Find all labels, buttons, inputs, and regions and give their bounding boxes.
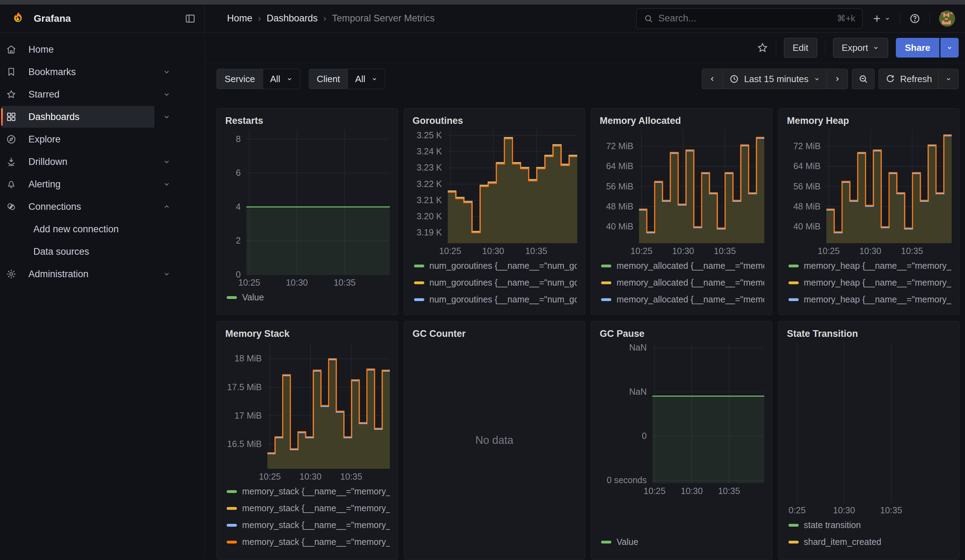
y-axis-tick: 72 MiB bbox=[793, 141, 821, 151]
x-axis-tick: 10:35 bbox=[340, 472, 363, 482]
sidebar-item-explore[interactable]: Explore bbox=[0, 128, 204, 150]
chevron-up-icon[interactable] bbox=[163, 203, 170, 211]
client-filter-value[interactable]: All bbox=[348, 69, 385, 89]
sidebar-item-administration[interactable]: Administration bbox=[0, 263, 204, 285]
chevron-down-icon[interactable] bbox=[163, 158, 170, 166]
header-actions: ⌘+k bbox=[636, 8, 955, 29]
sidebar-item-button[interactable]: Drilldown bbox=[1, 151, 154, 173]
chart-area[interactable] bbox=[639, 130, 764, 243]
favorite-star-icon[interactable] bbox=[757, 42, 768, 53]
help-button[interactable] bbox=[909, 13, 921, 24]
search-input[interactable] bbox=[658, 13, 832, 24]
refresh-button[interactable]: Refresh bbox=[879, 69, 938, 89]
sidebar-item-drilldown[interactable]: Drilldown bbox=[0, 150, 204, 173]
x-axis-tick: 10:30 bbox=[859, 246, 882, 256]
legend-item[interactable]: num_goroutines {__name__="num_go bbox=[414, 261, 577, 271]
legend-item[interactable]: num_goroutines {__name__="num_go bbox=[414, 294, 577, 305]
sidebar-item-button[interactable]: Starred bbox=[1, 83, 154, 105]
legend-item[interactable]: memory_heap {__name__="memory_h bbox=[788, 278, 952, 288]
chart-area[interactable] bbox=[826, 130, 952, 243]
chart-area[interactable] bbox=[653, 343, 764, 483]
chevron-down-icon[interactable] bbox=[163, 113, 170, 121]
time-shift-forward-button[interactable] bbox=[827, 69, 847, 89]
legend-item[interactable]: memory_stack {__name__="memory_s bbox=[227, 537, 390, 547]
search-box[interactable]: ⌘+k bbox=[636, 8, 862, 29]
chevron-down-icon[interactable] bbox=[163, 68, 170, 76]
sidebar-item-starred[interactable]: Starred bbox=[0, 83, 204, 106]
window-top-strip bbox=[0, 0, 965, 5]
chevron-down-icon bbox=[884, 15, 891, 22]
legend-item[interactable]: num_goroutines {__name__="num_go bbox=[414, 278, 577, 288]
legend-item[interactable]: Value bbox=[227, 292, 390, 302]
legend-item[interactable]: memory_heap {__name__="memory_h bbox=[788, 261, 952, 271]
angle-right-icon bbox=[833, 75, 841, 83]
sidebar-item-data-sources[interactable]: Data sources bbox=[0, 240, 204, 263]
chart-area[interactable] bbox=[267, 343, 390, 469]
gear-icon bbox=[6, 269, 16, 279]
angle-left-icon bbox=[708, 75, 716, 83]
panel-title[interactable]: Goroutines bbox=[413, 116, 577, 126]
time-range-picker[interactable]: Last 15 minutes bbox=[723, 69, 827, 89]
chevron-down-icon[interactable] bbox=[163, 180, 170, 188]
panel-title[interactable]: Memory Heap bbox=[787, 116, 952, 126]
app-header: Grafana Home › Dashboards › Temporal Ser… bbox=[0, 5, 965, 33]
sidebar-item-button[interactable]: Connections bbox=[1, 196, 154, 217]
dock-sidebar-icon[interactable] bbox=[185, 13, 196, 24]
edit-button[interactable]: Edit bbox=[784, 38, 817, 57]
user-avatar[interactable] bbox=[939, 11, 955, 27]
sidebar-item-button[interactable]: Home bbox=[1, 39, 154, 60]
breadcrumb-home[interactable]: Home bbox=[227, 13, 252, 24]
legend-item[interactable]: memory_stack {__name__="memory_s bbox=[227, 520, 390, 530]
y-axis-tick: 56 MiB bbox=[606, 181, 633, 191]
sidebar-item-bookmarks[interactable]: Bookmarks bbox=[0, 61, 204, 83]
panel-title[interactable]: Restarts bbox=[225, 116, 390, 126]
chart-wrap: 0246810:2510:3010:35 bbox=[224, 130, 390, 289]
sidebar-item-button[interactable]: Bookmarks bbox=[1, 61, 154, 83]
legend-item[interactable]: memory_allocated {__name__="memo bbox=[601, 294, 764, 305]
share-menu-caret[interactable] bbox=[940, 38, 959, 57]
panel-title[interactable]: GC Pause bbox=[600, 328, 764, 339]
service-filter-value[interactable]: All bbox=[263, 69, 300, 89]
sidebar-item-alerting[interactable]: Alerting bbox=[0, 173, 204, 196]
chart-area[interactable] bbox=[448, 130, 577, 243]
legend-swatch bbox=[414, 281, 424, 284]
legend-item[interactable]: memory_stack {__name__="memory_s bbox=[227, 503, 390, 513]
sidebar-item-button[interactable]: Dashboards bbox=[1, 106, 154, 128]
zoom-out-button[interactable] bbox=[852, 69, 875, 89]
y-axis-tick: 2 bbox=[236, 235, 241, 246]
breadcrumb-dashboards[interactable]: Dashboards bbox=[267, 13, 318, 24]
chart-area[interactable] bbox=[787, 343, 952, 503]
legend-item[interactable]: Value bbox=[601, 537, 764, 547]
chart-area[interactable] bbox=[246, 130, 390, 275]
chevron-down-icon[interactable] bbox=[163, 270, 170, 278]
share-button[interactable]: Share bbox=[896, 38, 939, 57]
sidebar-item-button[interactable]: Data sources bbox=[1, 241, 154, 263]
sidebar-item-button[interactable]: Explore bbox=[1, 129, 154, 150]
time-shift-back-button[interactable] bbox=[702, 69, 723, 89]
panel-title[interactable]: Memory Allocated bbox=[600, 116, 764, 126]
sidebar-item-button[interactable]: Add new connection bbox=[1, 218, 154, 240]
legend-item[interactable]: memory_heap {__name__="memory_h bbox=[788, 294, 952, 305]
sidebar-item-add-new-connection[interactable]: Add new connection bbox=[0, 218, 204, 240]
apps-icon bbox=[6, 112, 16, 122]
sidebar-item-home[interactable]: Home bbox=[0, 38, 204, 61]
sidebar-item-button[interactable]: Alerting bbox=[1, 173, 154, 195]
add-new-button[interactable] bbox=[872, 13, 891, 24]
legend-label: Value bbox=[617, 537, 638, 547]
export-button[interactable]: Export bbox=[833, 38, 888, 57]
sidebar-nav: HomeBookmarksStarredDashboardsExploreDri… bbox=[0, 33, 204, 560]
legend-item[interactable]: memory_allocated {__name__="memo bbox=[601, 278, 764, 288]
sidebar-item-button[interactable]: Administration bbox=[1, 263, 154, 285]
panel-title[interactable]: State Transition bbox=[787, 328, 952, 339]
legend-item[interactable]: memory_stack {__name__="memory_s bbox=[227, 486, 390, 496]
chart-row: NaNNaN00 seconds bbox=[599, 343, 764, 483]
panel-title[interactable]: Memory Stack bbox=[225, 328, 390, 339]
chevron-down-icon[interactable] bbox=[163, 90, 170, 98]
legend-item[interactable]: shard_item_created bbox=[788, 537, 952, 547]
chevron-down-icon bbox=[371, 75, 378, 82]
sidebar-item-dashboards[interactable]: Dashboards bbox=[0, 106, 204, 128]
sidebar-item-connections[interactable]: Connections bbox=[0, 196, 204, 218]
legend-item[interactable]: memory_allocated {__name__="memo bbox=[601, 261, 764, 271]
legend-item[interactable]: state transition bbox=[788, 520, 952, 530]
refresh-interval-caret[interactable] bbox=[938, 69, 958, 89]
